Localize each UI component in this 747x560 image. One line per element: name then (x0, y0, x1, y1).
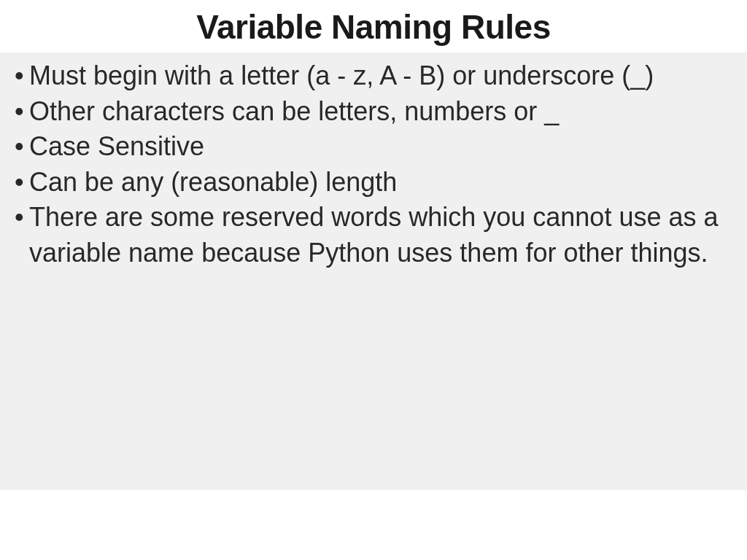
bullet-list: Must begin with a letter (a - z, A - B) … (15, 58, 732, 271)
slide-title: Variable Naming Rules (0, 0, 747, 52)
list-item: There are some reserved words which you … (15, 200, 732, 271)
list-item: Other characters can be letters, numbers… (15, 94, 732, 130)
list-item: Can be any (reasonable) length (15, 165, 732, 201)
list-item: Must begin with a letter (a - z, A - B) … (15, 58, 732, 94)
slide: Variable Naming Rules Must begin with a … (0, 0, 747, 560)
list-item: Case Sensitive (15, 129, 732, 165)
content-area: Must begin with a letter (a - z, A - B) … (0, 52, 747, 490)
